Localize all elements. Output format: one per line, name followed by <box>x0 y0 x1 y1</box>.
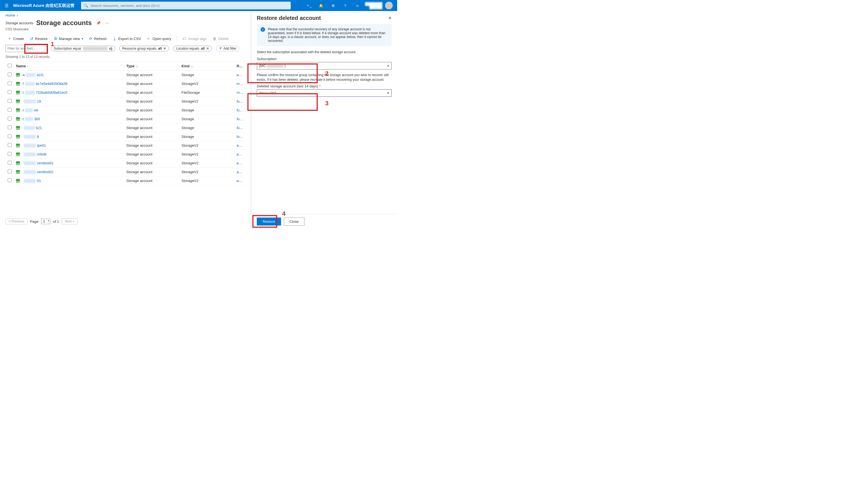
table-row[interactable]: 19Storage accountStorageV2fun-rg <box>5 97 246 106</box>
resource-name-link-suffix[interactable]: 710ba64d09a61ec5 <box>36 90 68 94</box>
row-checkbox[interactable] <box>8 99 12 103</box>
blade-restore-button[interactable]: Restore <box>257 218 281 226</box>
filter-input[interactable] <box>5 45 47 52</box>
resource-name-link[interactable]: t <box>23 117 24 121</box>
resource-name-link-suffix[interactable]: b21 <box>36 126 42 130</box>
row-checkbox[interactable] <box>8 108 12 112</box>
create-button[interactable]: ＋ Create <box>5 35 26 42</box>
row-checkbox[interactable] <box>8 73 12 76</box>
add-filter-button[interactable]: ⧩ Add filter <box>216 46 239 51</box>
download-icon: ⭳ <box>113 36 117 41</box>
avatar[interactable] <box>385 2 393 10</box>
row-checkbox[interactable] <box>8 116 12 121</box>
resource-name-link-suffix[interactable]: venttest02 <box>37 170 54 174</box>
table-row[interactable]: fbc7e5e4492b08a38Storage accountStorageV… <box>5 79 246 88</box>
row-checkbox[interactable] <box>8 90 12 94</box>
resource-name-link-suffix[interactable]: bc7e5e4492b08a38 <box>36 82 68 86</box>
manage-view-button[interactable]: ⚙ Manage view ▾ <box>52 35 86 42</box>
resource-group-link[interactable]: adls-rg <box>237 170 246 174</box>
hamburger-icon[interactable]: ☰ <box>2 3 11 8</box>
blade-close-button[interactable]: Close <box>284 218 304 226</box>
table-row[interactable]: aa1f1Storage accountStoragearmttk-rg <box>5 71 246 79</box>
filter-chip-resource-group[interactable]: Resource group equals all ✕ <box>119 46 169 51</box>
table-row[interactable]: t3b5Storage accountStoragefun-rg <box>5 115 246 124</box>
pager-next-button[interactable]: Next > <box>62 218 77 224</box>
resource-group-link[interactable]: fun-rg <box>237 126 246 130</box>
resource-name-link-suffix[interactable]: a1f1 <box>37 73 43 77</box>
notifications-icon[interactable]: 🔔 <box>316 0 326 11</box>
pager-page-select[interactable]: 1 <box>41 219 50 224</box>
resource-group-link[interactable]: adls-rg <box>237 161 246 165</box>
row-checkbox[interactable] <box>8 152 12 156</box>
close-icon[interactable]: ✕ <box>388 15 392 21</box>
row-checkbox[interactable] <box>8 125 12 129</box>
pager-prev-button[interactable]: < Previous <box>5 218 27 224</box>
more-icon[interactable]: ⋯ <box>103 19 111 27</box>
settings-gear-icon[interactable]: ⚙ <box>328 0 339 11</box>
resource-group-link[interactable]: fun-rg <box>237 108 246 112</box>
resource-name-link-suffix[interactable]: 01 <box>37 179 41 183</box>
feedback-icon[interactable]: ☺ <box>352 0 363 11</box>
column-header-type[interactable]: Type↑↓ <box>124 62 179 71</box>
account-area[interactable]: ██████████████ <box>365 2 395 10</box>
resource-name-link-suffix[interactable]: venttest01 <box>37 161 54 165</box>
resource-group-link[interactable]: fun-rg <box>237 99 246 103</box>
open-query-button[interactable]: ᯤ Open query <box>145 35 174 42</box>
table-row[interactable]: tpe01Storage accountStorageV2adls-rg <box>5 141 246 150</box>
select-all-checkbox[interactable] <box>8 64 12 68</box>
select-all-header[interactable] <box>5 62 14 71</box>
table-row[interactable]: b21Storage accountStoragefun-rg <box>5 124 246 132</box>
resource-name-link-suffix[interactable]: 3b5 <box>34 117 40 121</box>
column-header-kind[interactable]: Kind↑↓ <box>179 62 234 71</box>
resource-name-link-suffix[interactable]: m9x6i <box>37 152 47 156</box>
global-search[interactable]: 🔍 <box>81 2 291 10</box>
resource-group-link[interactable]: fun-rg <box>237 134 246 139</box>
subscription-select[interactable]: [MC ) ▾ <box>257 62 392 70</box>
breadcrumb-home[interactable]: Home <box>5 13 15 17</box>
resource-name-link[interactable]: f <box>23 82 24 86</box>
resource-group-link[interactable]: app-rg <box>237 152 246 156</box>
restore-button[interactable]: ↺ Restore <box>28 35 50 42</box>
search-input[interactable] <box>90 4 288 8</box>
resource-name-link[interactable]: a <box>23 73 24 77</box>
table-row[interactable]: venttest01Storage accountStorageV2adls-r… <box>5 159 246 168</box>
resource-group-link[interactable]: mc_aks-rg_m… <box>237 82 246 86</box>
resource-name-link-suffix[interactable]: tpe01 <box>37 143 46 147</box>
resource-group-link[interactable]: adls-rg <box>237 143 246 147</box>
row-checkbox[interactable] <box>8 143 12 147</box>
row-checkbox[interactable] <box>8 134 12 138</box>
table-row[interactable]: m9x6iStorage accountStorageV2app-rg <box>5 150 246 159</box>
storage-account-icon <box>16 117 20 121</box>
filter-chip-location[interactable]: Location equals all ✕ <box>173 46 212 51</box>
resource-name-link-suffix[interactable]: ed <box>34 108 38 112</box>
resource-group-link[interactable]: armttk-rg <box>237 179 246 183</box>
resource-name-link[interactable]: t <box>23 108 24 112</box>
export-csv-button[interactable]: ⭳ Export to CSV <box>111 35 143 42</box>
column-header-rg[interactable]: Resource group <box>234 62 246 71</box>
row-checkbox[interactable] <box>8 81 12 85</box>
resource-name-link[interactable]: t <box>23 90 24 94</box>
pin-icon[interactable]: 📌 <box>94 19 102 27</box>
cell-kind: Storage <box>179 124 234 132</box>
resource-name-link-suffix[interactable]: 8 <box>37 134 39 139</box>
row-checkbox[interactable] <box>8 178 12 182</box>
chip-remove-icon[interactable]: ✕ <box>206 47 209 51</box>
chip-remove-icon[interactable]: ✕ <box>163 47 166 51</box>
table-row[interactable]: t710ba64d09a61ec5Storage accountFileStor… <box>5 88 246 97</box>
cloud-shell-icon[interactable]: ＞_ <box>303 0 315 11</box>
resource-group-link[interactable]: mc_aks-rg_m… <box>237 90 246 94</box>
help-icon[interactable]: ? <box>340 0 351 11</box>
table-row[interactable]: venttest02Storage accountStorageV2adls-r… <box>5 168 246 177</box>
table-row[interactable]: 8Storage accountStoragefun-rg <box>5 132 246 141</box>
deleted-account-select[interactable]: lbmssa001 ▾ <box>257 89 392 97</box>
column-header-name[interactable]: Name↑ <box>14 62 124 71</box>
refresh-button[interactable]: ⟳ Refresh <box>87 35 109 42</box>
filter-chip-subscription[interactable]: Subscription equal u) <box>51 46 115 51</box>
table-row[interactable]: 01Storage accountStorageV2armttk-rg <box>5 177 246 185</box>
resource-name-link-suffix[interactable]: 19 <box>37 99 41 103</box>
resource-group-link[interactable]: fun-rg <box>237 117 246 121</box>
resource-group-link[interactable]: armttk-rg <box>237 73 246 77</box>
table-row[interactable]: tedStorage accountStoragefun-rg <box>5 106 246 115</box>
row-checkbox[interactable] <box>8 169 12 174</box>
row-checkbox[interactable] <box>8 161 12 165</box>
